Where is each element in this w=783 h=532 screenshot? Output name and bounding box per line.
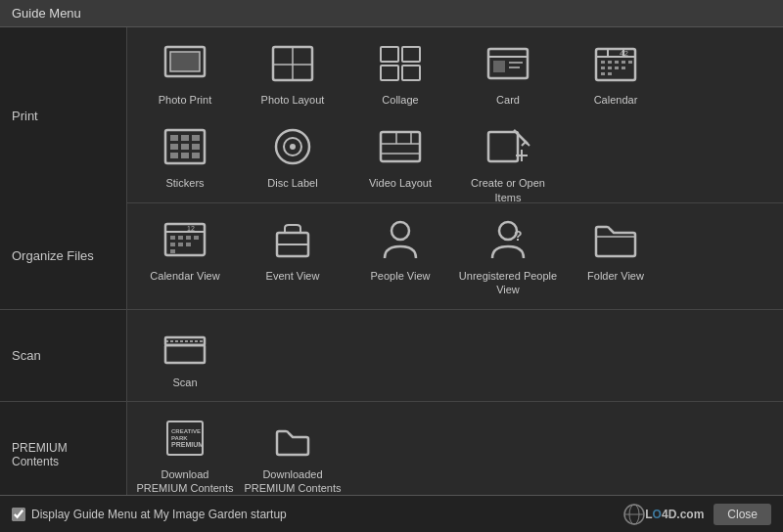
people-view-item[interactable]: People View [346, 209, 454, 303]
disc-label-icon [263, 122, 322, 171]
svg-rect-32 [170, 135, 178, 141]
svg-rect-38 [170, 153, 178, 158]
display-guide-label: Display Guide Menu at My Image Garden st… [31, 508, 287, 521]
print-label-cell: Print [0, 27, 127, 203]
video-layout-icon [371, 122, 430, 171]
calendar-view-item[interactable]: 12 Calendar View [131, 209, 239, 303]
svg-rect-29 [601, 72, 605, 75]
svg-rect-36 [181, 144, 189, 150]
svg-rect-7 [402, 47, 420, 62]
create-open-label: Create or Open Items [458, 176, 558, 204]
svg-rect-12 [493, 61, 505, 72]
calendar-view-label: Calendar View [150, 269, 219, 283]
downloaded-premium-item[interactable]: Downloaded PREMIUM Contents [239, 408, 346, 495]
organize-label-cell: Organize Files [0, 203, 127, 309]
event-view-label: Event View [266, 269, 320, 283]
scan-items: Scan [127, 310, 783, 401]
print-row-1: Photo Print Photo Layout [131, 33, 779, 112]
collage-icon [371, 39, 430, 88]
card-icon [479, 39, 537, 88]
watermark-text: LO4D.com [645, 508, 704, 521]
svg-rect-60 [178, 243, 183, 246]
svg-rect-24 [628, 61, 632, 64]
svg-rect-59 [170, 243, 175, 246]
print-label: Print [0, 109, 50, 123]
photo-layout-item[interactable]: Photo Layout [239, 33, 346, 112]
downloaded-premium-label: Downloaded PREMIUM Contents [243, 467, 343, 495]
video-layout-label: Video Layout [369, 176, 432, 190]
svg-rect-25 [601, 66, 605, 69]
watermark: LO4D.com [623, 504, 704, 525]
print-items: Photo Print Photo Layout [127, 27, 783, 202]
svg-rect-58 [194, 236, 199, 240]
organize-label: Organize Files [0, 248, 106, 263]
download-premium-icon: CREATIVE PARK PREMIUM [156, 414, 214, 463]
svg-rect-40 [192, 153, 200, 158]
main-content: Print Photo [0, 27, 783, 495]
folder-view-item[interactable]: Folder View [562, 209, 669, 303]
footer-left: Display Guide Menu at My Image Garden st… [12, 508, 287, 521]
svg-rect-39 [181, 153, 189, 158]
organize-items: 12 Calendar View [127, 203, 783, 309]
print-section: Print Photo [0, 27, 783, 203]
guide-menu-window: Guide Menu Print [0, 0, 783, 532]
organize-section: Organize Files 12 [0, 203, 783, 310]
video-layout-item[interactable]: Video Layout [346, 116, 454, 210]
photo-print-item[interactable]: Photo Print [131, 33, 239, 112]
scan-label-cell: Scan [0, 310, 127, 401]
title-bar: Guide Menu [0, 0, 783, 27]
scan-label: Scan [0, 348, 53, 363]
download-premium-label: Download PREMIUM Contents [135, 467, 235, 495]
svg-rect-62 [170, 249, 175, 253]
svg-rect-15 [596, 49, 635, 80]
unregistered-view-item[interactable]: ? Unregistered People View [454, 209, 562, 303]
svg-rect-44 [381, 132, 420, 161]
collage-item[interactable]: Collage [346, 33, 454, 112]
photo-layout-label: Photo Layout [261, 93, 325, 107]
svg-rect-34 [192, 135, 200, 141]
display-guide-checkbox[interactable] [12, 508, 25, 521]
svg-rect-28 [622, 66, 625, 69]
svg-rect-69 [165, 345, 205, 363]
scan-icon [156, 322, 214, 371]
svg-rect-1 [170, 52, 200, 71]
svg-rect-49 [488, 132, 518, 161]
svg-rect-20 [601, 61, 605, 64]
svg-rect-21 [608, 61, 612, 64]
disc-label-label: Disc Label [267, 176, 317, 190]
calendar-view-icon: 12 [156, 215, 214, 264]
svg-rect-55 [170, 236, 175, 240]
card-item[interactable]: Card [454, 33, 562, 112]
svg-text:12: 12 [187, 225, 195, 232]
photo-print-icon [156, 39, 214, 88]
svg-rect-37 [192, 144, 200, 150]
svg-text:PREMIUM: PREMIUM [171, 441, 204, 448]
unregistered-icon: ? [479, 215, 537, 264]
premium-label-cell: PREMIUM Contents [0, 402, 127, 495]
svg-rect-22 [615, 61, 619, 64]
watermark-globe-icon [623, 504, 645, 525]
create-open-item[interactable]: Create or Open Items [454, 116, 562, 210]
svg-rect-61 [186, 243, 191, 246]
folder-view-label: Folder View [587, 269, 644, 283]
stickers-item[interactable]: Stickers [131, 116, 239, 210]
close-button[interactable]: Close [714, 504, 771, 525]
photo-layout-icon [263, 39, 322, 88]
download-premium-item[interactable]: CREATIVE PARK PREMIUM Download PREMIUM C… [131, 408, 239, 495]
create-open-icon [479, 122, 537, 171]
people-view-icon [371, 215, 430, 264]
scan-label-item: Scan [172, 376, 197, 389]
scan-item[interactable]: Scan [131, 316, 239, 395]
footer-right: LO4D.com Close [623, 504, 771, 525]
svg-text:CREATIVE: CREATIVE [171, 428, 201, 434]
window-title: Guide Menu [12, 6, 81, 21]
footer: Display Guide Menu at My Image Garden st… [0, 495, 783, 532]
svg-rect-33 [181, 135, 189, 141]
print-row-2: Stickers Disc Label [131, 116, 779, 210]
calendar-item[interactable]: 42 [562, 33, 669, 112]
event-view-icon [263, 215, 322, 264]
svg-rect-23 [622, 61, 625, 64]
card-label: Card [496, 93, 520, 107]
disc-label-item[interactable]: Disc Label [239, 116, 346, 210]
event-view-item[interactable]: Event View [239, 209, 346, 303]
